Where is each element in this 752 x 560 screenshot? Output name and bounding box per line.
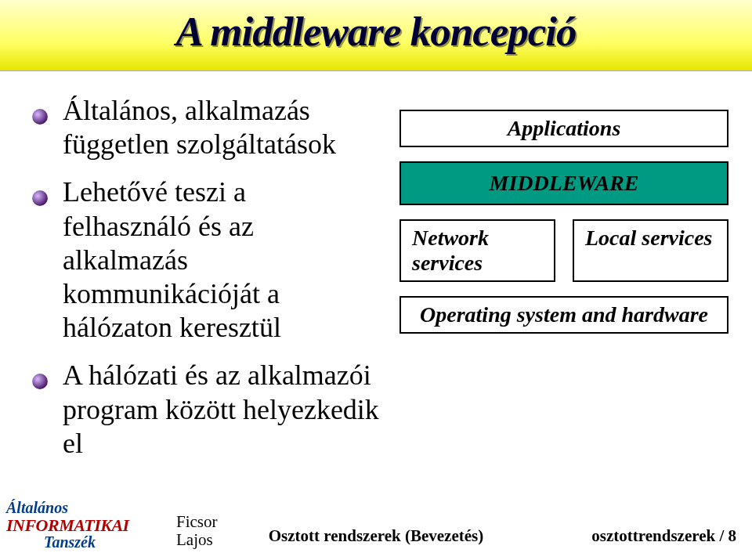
bullet-icon — [31, 181, 49, 198]
bullet-text: A hálózati és az alkalmazói program közö… — [63, 359, 379, 458]
bullet-text: Lehetővé teszi a felhasználó és az alkal… — [63, 176, 281, 343]
page-num: 8 — [728, 526, 737, 545]
layer-network-services: Network services — [400, 219, 555, 282]
list-item: Általános, alkalmazás független szolgált… — [27, 94, 380, 161]
layer-applications: Applications — [400, 110, 728, 147]
bullet-text: Általános, alkalmazás független szolgált… — [63, 95, 336, 160]
list-item: A hálózati és az alkalmazói program közö… — [27, 359, 380, 461]
svg-point-2 — [32, 374, 48, 389]
services-row: Network services Local services — [400, 219, 728, 282]
svg-point-1 — [32, 190, 48, 206]
svg-point-0 — [32, 109, 48, 125]
layer-middleware: MIDDLEWARE — [400, 161, 728, 205]
title-shadow: A middleware koncepció — [2, 9, 752, 56]
logo-line1: Általános — [6, 500, 147, 516]
separator: / — [715, 526, 728, 545]
architecture-diagram: Applications MIDDLEWARE Network services… — [400, 110, 728, 348]
layer-os-hardware: Operating system and hardware — [400, 296, 728, 334]
list-item: Lehetővé teszi a felhasználó és az alkal… — [27, 175, 380, 345]
deck-name: osztottrendszerek — [591, 526, 715, 545]
bullet-icon — [31, 99, 49, 117]
page-number: osztottrendszerek / 8 — [591, 526, 736, 546]
slide: A middleware koncepció A middleware konc… — [0, 0, 752, 560]
bullet-icon — [31, 364, 49, 381]
layer-local-services: Local services — [573, 219, 728, 282]
slide-title: A middleware koncepció A middleware konc… — [0, 8, 752, 55]
bullet-list: Általános, alkalmazás független szolgált… — [27, 94, 380, 475]
